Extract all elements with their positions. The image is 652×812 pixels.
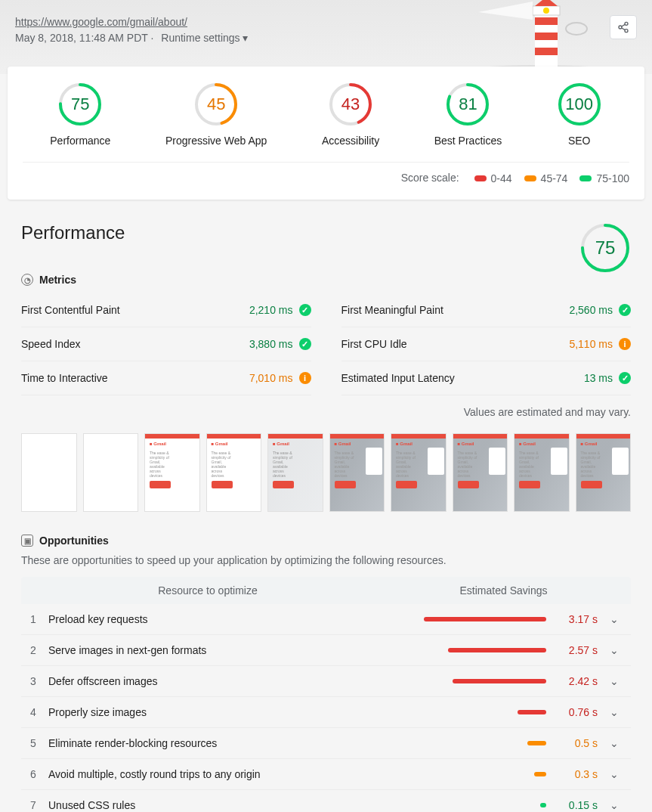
metrics-note: Values are estimated and may vary.: [21, 395, 631, 429]
opportunity-value: 2.57 s: [555, 644, 598, 656]
opportunity-index: 2: [30, 644, 48, 656]
filmstrip-frame: ■ Gmail The ease &simplicity ofGmail,ava…: [514, 433, 570, 512]
score-gauge-seo[interactable]: 100 SEO: [557, 82, 602, 147]
chevron-down-icon[interactable]: ⌄: [607, 613, 622, 625]
metrics-column-left: First Contentful Paint 2,210 ms✓ Speed I…: [21, 293, 311, 395]
opportunity-index: 1: [30, 613, 48, 625]
filmstrip-frame: [21, 433, 77, 512]
svg-line-4: [622, 28, 626, 30]
scores-card: 75 Performance 45 Progressive Web App 43…: [8, 67, 644, 200]
share-icon: [617, 21, 629, 33]
performance-title: Performance: [21, 222, 125, 243]
metric-value: 7,010 msi: [249, 372, 311, 384]
opportunity-row[interactable]: 1 Preload key requests 3.17 s ⌄: [21, 604, 631, 635]
score-gauge-accessibility[interactable]: 43 Accessibility: [322, 82, 379, 147]
legend-range: 45-74: [524, 172, 568, 184]
metric-row: Speed Index 3,880 ms✓: [21, 327, 311, 361]
opportunity-bar: [540, 803, 546, 807]
metric-value: 2,210 ms✓: [249, 304, 311, 316]
opportunities-description: These are opportunities to speed up your…: [21, 554, 631, 566]
svg-point-2: [625, 29, 628, 33]
opportunity-bar: [518, 710, 546, 714]
opportunity-value: 0.76 s: [555, 706, 598, 718]
metric-name: Time to Interactive: [21, 372, 108, 384]
filmstrip-frame: ■ Gmail The ease &simplicity ofGmail,ava…: [453, 433, 508, 512]
performance-score-gauge: 75: [579, 222, 631, 274]
chevron-down-icon[interactable]: ⌄: [607, 737, 622, 749]
metric-name: First Meaningful Paint: [341, 304, 443, 316]
metric-name: Speed Index: [21, 338, 81, 350]
opportunity-name: Properly size images: [48, 706, 385, 718]
report-header: https://www.google.com/gmail/about/ May …: [0, 0, 652, 74]
opportunity-value: 0.3 s: [555, 768, 598, 780]
info-icon: i: [619, 338, 631, 350]
opportunity-value: 2.42 s: [555, 675, 598, 687]
svg-rect-7: [535, 17, 558, 25]
filmstrip-frame: ■ Gmail The ease &simplicity ofGmail,ava…: [144, 433, 200, 512]
legend-range: 0-44: [474, 172, 512, 184]
filmstrip-frame: ■ Gmail The ease &simplicity ofGmail,ava…: [391, 433, 447, 512]
chevron-down-icon: ▾: [243, 32, 248, 44]
opportunity-row[interactable]: 3 Defer offscreen images 2.42 s ⌄: [21, 666, 631, 697]
opportunities-heading: ▣ Opportunities: [21, 535, 631, 547]
gauge-label: Best Practices: [434, 135, 502, 147]
opportunity-name: Defer offscreen images: [48, 675, 385, 687]
chevron-down-icon[interactable]: ⌄: [607, 799, 622, 811]
svg-rect-9: [535, 48, 558, 55]
opportunities-icon: ▣: [21, 535, 33, 547]
metric-row: First Meaningful Paint 2,560 ms✓: [341, 293, 632, 327]
opportunity-index: 3: [30, 675, 48, 687]
opportunity-index: 5: [30, 737, 48, 749]
score-gauge-progressive-web-app[interactable]: 45 Progressive Web App: [165, 82, 267, 147]
opportunity-row[interactable]: 2 Serve images in next-gen formats 2.57 …: [21, 635, 631, 666]
chevron-down-icon[interactable]: ⌄: [607, 644, 622, 656]
metric-name: Estimated Input Latency: [341, 372, 455, 384]
metric-row: First Contentful Paint 2,210 ms✓: [21, 293, 311, 327]
opportunity-bar: [534, 772, 546, 776]
opportunity-index: 4: [30, 706, 48, 718]
opportunity-bar: [424, 617, 546, 621]
svg-point-1: [619, 26, 622, 29]
metric-row: First CPU Idle 5,110 msi: [341, 327, 632, 361]
opportunity-bar: [448, 648, 547, 652]
check-icon: ✓: [619, 372, 631, 384]
legend-range: 75-100: [579, 172, 629, 184]
opportunity-name: Serve images in next-gen formats: [48, 644, 385, 656]
svg-point-0: [625, 22, 628, 25]
audited-url[interactable]: https://www.google.com/gmail/about/: [15, 16, 187, 28]
score-gauges: 75 Performance 45 Progressive Web App 43…: [23, 82, 629, 147]
opportunity-value: 3.17 s: [555, 613, 598, 625]
opportunity-row[interactable]: 7 Unused CSS rules 0.15 s ⌄: [21, 790, 631, 812]
opportunity-row[interactable]: 6 Avoid multiple, costly round trips to …: [21, 759, 631, 790]
svg-line-3: [622, 24, 626, 26]
check-icon: ✓: [299, 338, 311, 350]
metric-name: First CPU Idle: [341, 338, 407, 350]
filmstrip-frame: [83, 433, 139, 512]
metric-value: 5,110 msi: [569, 338, 631, 350]
chevron-down-icon[interactable]: ⌄: [607, 768, 622, 780]
metric-value: 3,880 ms✓: [249, 338, 311, 350]
score-gauge-best-practices[interactable]: 81 Best Practices: [434, 82, 502, 147]
opportunity-row[interactable]: 5 Eliminate render-blocking resources 0.…: [21, 728, 631, 759]
opportunity-index: 7: [30, 799, 48, 811]
metric-row: Time to Interactive 7,010 msi: [21, 361, 311, 395]
stopwatch-icon: ◔: [21, 274, 33, 286]
svg-marker-13: [478, 2, 533, 20]
filmstrip-frame: ■ Gmail The ease &simplicity ofGmail,ava…: [267, 433, 323, 512]
metrics-heading: ◔ Metrics: [21, 274, 631, 286]
chevron-down-icon[interactable]: ⌄: [607, 675, 622, 687]
info-icon: i: [299, 372, 311, 384]
svg-marker-12: [535, 0, 558, 6]
chevron-down-icon[interactable]: ⌄: [607, 706, 622, 718]
opportunity-value: 0.5 s: [555, 737, 598, 749]
gauge-label: Accessibility: [322, 135, 379, 147]
opportunity-row[interactable]: 4 Properly size images 0.76 s ⌄: [21, 697, 631, 728]
opportunities-table-header: Resource to optimize Estimated Savings: [21, 577, 631, 604]
opportunity-name: Eliminate render-blocking resources: [48, 737, 385, 749]
runtime-settings-toggle[interactable]: Runtime settings ▾: [161, 32, 248, 44]
opportunity-bar: [453, 679, 546, 683]
metric-value: 13 ms✓: [584, 372, 631, 384]
filmstrip-frame: ■ Gmail The ease &simplicity ofGmail,ava…: [576, 433, 632, 512]
gauge-label: Performance: [50, 135, 110, 147]
score-gauge-performance[interactable]: 75 Performance: [50, 82, 110, 147]
